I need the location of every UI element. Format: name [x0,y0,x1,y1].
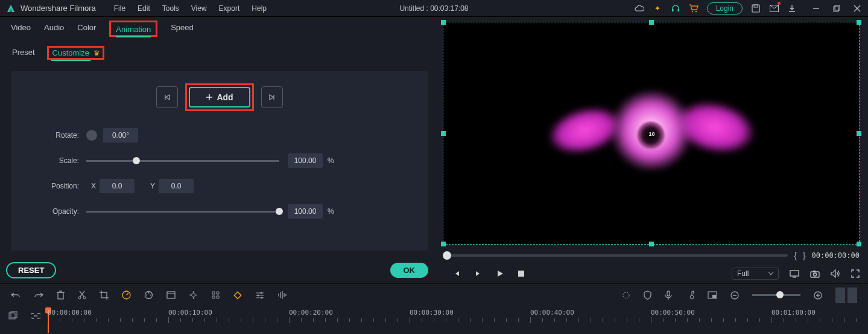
svg-point-34 [146,295,147,296]
zoom-slider-thumb[interactable] [776,291,784,298]
play-icon[interactable] [496,269,504,278]
next-keyframe-button[interactable] [261,86,283,108]
rotate-input[interactable] [103,128,138,143]
menu-file[interactable]: File [114,4,125,13]
opacity-slider-thumb[interactable] [276,208,283,215]
svg-point-32 [148,292,150,294]
prop-opacity: Opacity: % [29,204,410,219]
svg-rect-22 [58,292,63,299]
link-icon[interactable] [31,311,40,320]
menubar: File Edit Tools View Export Help [114,4,267,13]
titlebar-right: ✦ Login [635,2,862,14]
stop-icon[interactable] [518,270,525,277]
crop-icon[interactable] [100,291,109,300]
scale-input[interactable] [288,153,323,168]
track-add-icon[interactable] [8,311,17,320]
svg-rect-10 [834,7,838,11]
download-icon[interactable] [787,4,797,13]
volume-icon[interactable] [831,269,840,278]
motion-icon[interactable] [189,291,198,300]
maximize-icon[interactable] [832,4,841,13]
pos-y-input[interactable] [159,179,194,193]
reset-button[interactable]: RESET [6,262,56,278]
svg-rect-38 [234,292,241,298]
rotate-knob[interactable] [86,130,97,141]
greenscreen-icon[interactable] [166,291,176,299]
mail-icon[interactable] [769,4,779,13]
tab-video[interactable]: Video [11,23,31,34]
sparkle-icon[interactable]: ✦ [653,4,662,13]
subtab-customize[interactable]: Customize [51,47,90,61]
mask-icon[interactable] [211,291,220,300]
speed-icon[interactable] [122,291,131,300]
adjust-icon[interactable] [255,291,264,299]
tab-audio[interactable]: Audio [44,23,64,34]
cut-icon[interactable] [78,291,86,300]
undo-icon[interactable] [11,291,21,300]
zoom-in-icon[interactable] [814,291,822,300]
tab-color[interactable]: Color [77,23,96,34]
display-icon[interactable] [790,270,799,278]
mic-icon[interactable] [665,291,672,300]
close-icon[interactable] [852,4,862,13]
scale-pct: % [328,156,334,165]
keyframe-icon[interactable] [233,291,242,300]
menu-view[interactable]: View [191,4,207,13]
ok-button[interactable]: OK [390,263,429,278]
step-back-icon[interactable] [452,269,461,278]
opacity-pct: % [328,207,334,216]
tl-label: 00:00:00:00 [48,309,92,316]
shield-icon[interactable] [644,291,651,300]
snapshot-icon[interactable] [810,270,820,278]
mark-out-icon[interactable]: } [803,251,806,260]
scale-slider[interactable] [86,160,279,162]
menu-help[interactable]: Help [252,4,267,13]
prev-keyframe-button[interactable] [156,86,178,108]
timeline-ruler[interactable]: 00:00:00:00 00:00:10:00 00:00:20:00 00:0… [48,309,868,333]
minimize-icon[interactable] [811,4,821,13]
marker-icon[interactable] [622,291,630,300]
tab-animation[interactable]: Animation [116,25,151,37]
fullscreen-icon[interactable] [851,269,860,278]
subtab-preset[interactable]: Preset [11,47,36,59]
add-button-highlight: Add [185,83,253,111]
redo-icon[interactable] [34,291,43,300]
save-icon[interactable] [751,4,761,13]
zoom-out-icon[interactable] [730,291,739,300]
color-icon[interactable] [144,291,153,300]
tabs-row: Video Audio Color Animation Speed [0,17,439,40]
pip-icon[interactable] [708,291,717,299]
menu-tools[interactable]: Tools [162,4,179,13]
tab-speed[interactable]: Speed [171,23,194,34]
scrub-track[interactable] [443,254,788,257]
menu-edit[interactable]: Edit [138,4,150,13]
login-button[interactable]: Login [707,2,743,14]
right-panel: 10 { } 00:00:00:00 Full [439,17,868,283]
svg-rect-7 [754,5,758,7]
panel-footer: RESET OK [0,257,439,283]
mixer-icon[interactable] [685,291,694,300]
headphones-icon[interactable] [671,4,680,13]
add-button[interactable]: Add [189,87,250,108]
scale-slider-thumb[interactable] [133,157,140,164]
preview-canvas[interactable]: 10 [443,22,860,245]
track-thumbnails[interactable] [835,287,857,303]
delete-icon[interactable] [57,291,65,300]
play-controls: Full [443,264,860,283]
opacity-input[interactable] [288,204,323,219]
mark-in-icon[interactable]: { [794,251,797,260]
cart-icon[interactable] [689,4,699,13]
opacity-slider[interactable] [86,211,279,213]
svg-rect-11 [835,5,840,10]
zoom-slider[interactable] [752,294,800,296]
menu-export[interactable]: Export [219,4,240,13]
pos-x-input[interactable] [100,179,135,193]
audio-icon[interactable] [277,291,287,300]
svg-point-52 [690,295,694,299]
quality-select[interactable]: Full [732,268,779,280]
cloud-icon[interactable] [635,4,644,13]
step-forward-icon[interactable] [474,269,483,278]
crown-icon: ♛ [93,49,100,57]
rotate-label: Rotate: [29,131,86,140]
scrub-thumb[interactable] [443,251,451,260]
